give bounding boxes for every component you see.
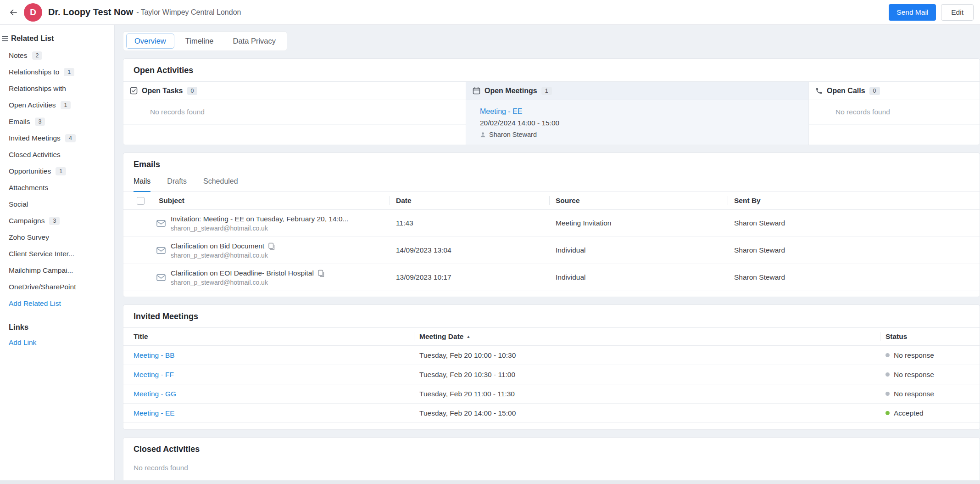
add-related-list-link[interactable]: Add Related List: [0, 295, 114, 312]
open-calls-empty: No records found: [809, 100, 980, 125]
open-tasks-column: Open Tasks 0 No records found: [123, 82, 466, 145]
meeting-link[interactable]: Meeting - FF: [134, 371, 174, 378]
status-label: No response: [894, 351, 934, 360]
sidebar-item-client-service[interactable]: Client Service Inter...: [0, 246, 114, 262]
email-sent-by: Sharon Steward: [728, 219, 980, 227]
avatar: D: [24, 3, 42, 22]
open-meeting-person: Sharon Steward: [489, 131, 537, 138]
email-date: 11:43: [390, 219, 549, 227]
email-row[interactable]: Invitation: Meeting - EE on Tuesday, Feb…: [123, 210, 980, 237]
status-dot: [885, 372, 890, 377]
count-badge: 1: [64, 68, 74, 76]
emails-table-header: Subject Date Source Sent By: [123, 192, 980, 210]
related-list-sidebar: Related List Notes 2 Relationships to 1 …: [0, 25, 115, 480]
tab-overview[interactable]: Overview: [126, 34, 174, 49]
column-status[interactable]: Status: [880, 327, 980, 346]
count-badge: 3: [35, 118, 45, 126]
sidebar-item-social[interactable]: Social: [0, 196, 114, 213]
sidebar-item-relationships-with[interactable]: Relationships with: [0, 80, 114, 97]
column-meeting-date[interactable]: Meeting Date▲: [414, 327, 880, 346]
tab-drafts[interactable]: Drafts: [167, 177, 187, 191]
emails-title: Emails: [123, 153, 980, 175]
sort-asc-icon: ▲: [466, 334, 470, 339]
attachment-icon: [317, 270, 324, 277]
header-actions: Send Mail Edit: [889, 4, 974, 21]
sidebar-item-mailchimp[interactable]: Mailchimp Campai...: [0, 262, 114, 279]
column-title[interactable]: Title: [123, 327, 414, 346]
closed-activities-empty: No records found: [123, 460, 980, 480]
mail-icon: [156, 274, 166, 281]
email-source: Individual: [549, 246, 728, 254]
sidebar-item-open-activities[interactable]: Open Activities 1: [0, 97, 114, 113]
open-meetings-label: Open Meetings: [484, 87, 537, 95]
sidebar-item-attachments[interactable]: Attachments: [0, 180, 114, 196]
open-tasks-count: 0: [187, 87, 198, 95]
email-subject: Invitation: Meeting - EE on Tuesday, Feb…: [171, 215, 348, 223]
sidebar-item-invited-meetings[interactable]: Invited Meetings 4: [0, 130, 114, 146]
open-activities-card: Open Activities Open Tasks 0 No records …: [123, 58, 980, 145]
open-meetings-column: Open Meetings 1 Meeting - EE 20/02/2024 …: [466, 82, 809, 145]
sidebar-item-notes[interactable]: Notes 2: [0, 47, 114, 64]
open-meeting-datetime: 20/02/2024 14:00 - 15:00: [480, 119, 808, 127]
add-link-link[interactable]: Add Link: [0, 334, 114, 351]
status-dot: [885, 411, 890, 415]
meeting-row: Meeting - BB Tuesday, Feb 20 10:00 - 10:…: [123, 346, 980, 365]
sidebar-item-campaigns[interactable]: Campaigns 3: [0, 213, 114, 229]
meeting-link[interactable]: Meeting - EE: [134, 409, 175, 417]
email-row[interactable]: Clarification on EOI Deadline- Bristol H…: [123, 264, 980, 291]
column-subject[interactable]: Subject: [159, 197, 184, 205]
column-date[interactable]: Date: [390, 192, 549, 210]
calendar-icon: [473, 87, 480, 95]
edit-button[interactable]: Edit: [941, 4, 974, 21]
email-sent-by: Sharon Steward: [728, 246, 980, 254]
horizontal-scrollbar[interactable]: [0, 480, 980, 484]
open-calls-count: 0: [869, 87, 880, 95]
emails-card: Emails Mails Drafts Scheduled Subject Da…: [123, 152, 980, 297]
count-badge: 1: [61, 101, 71, 109]
meeting-date: Tuesday, Feb 20 10:30 - 11:00: [414, 371, 880, 379]
back-arrow-icon[interactable]: [6, 6, 20, 19]
sidebar-item-closed-activities[interactable]: Closed Activities: [0, 146, 114, 163]
column-source[interactable]: Source: [549, 192, 728, 210]
count-badge: 3: [49, 217, 60, 225]
send-mail-button[interactable]: Send Mail: [889, 4, 936, 21]
record-tabs: Overview Timeline Data Privacy: [123, 31, 287, 51]
meeting-date: Tuesday, Feb 20 14:00 - 15:00: [414, 409, 880, 417]
tab-scheduled[interactable]: Scheduled: [203, 177, 238, 191]
tab-mails[interactable]: Mails: [134, 177, 150, 192]
sidebar-item-onedrive-sharepoint[interactable]: OneDrive/SharePoint: [0, 279, 114, 295]
sidebar-item-relationships-to[interactable]: Relationships to 1: [0, 64, 114, 80]
open-activities-title: Open Activities: [123, 59, 980, 81]
related-list-title: Related List: [11, 34, 54, 43]
meeting-link[interactable]: Meeting - BB: [134, 351, 175, 359]
attachment-icon: [268, 242, 275, 250]
status-label: Accepted: [894, 409, 924, 417]
page-subtitle: - Taylor Wimpey Central London: [136, 8, 241, 17]
email-row[interactable]: Clarification on Bid Document sharon_p_s…: [123, 237, 980, 264]
email-source: Individual: [549, 273, 728, 281]
tab-timeline[interactable]: Timeline: [177, 34, 222, 49]
invited-meetings-card: Invited Meetings Title Meeting Date▲ Sta…: [123, 304, 980, 430]
email-source: Meeting Invitation: [549, 219, 728, 227]
email-date: 13/09/2023 10:17: [390, 273, 549, 281]
meeting-link[interactable]: Meeting - GG: [134, 390, 176, 398]
email-subject: Clarification on EOI Deadline- Bristol H…: [171, 269, 314, 277]
invited-meetings-header: Title Meeting Date▲ Status: [123, 327, 980, 346]
related-list-icon: [2, 36, 8, 41]
meeting-date: Tuesday, Feb 20 11:00 - 11:30: [414, 390, 880, 398]
main-content: Overview Timeline Data Privacy Open Acti…: [115, 25, 980, 480]
email-date: 14/09/2023 13:04: [390, 246, 549, 254]
sidebar-item-emails[interactable]: Emails 3: [0, 113, 114, 130]
status-label: No response: [894, 390, 934, 398]
status-dot: [885, 353, 890, 357]
meeting-row: Meeting - GG Tuesday, Feb 20 11:00 - 11:…: [123, 384, 980, 404]
email-tabs: Mails Drafts Scheduled: [123, 175, 980, 192]
open-meeting-link[interactable]: Meeting - EE: [480, 107, 808, 116]
tab-data-privacy[interactable]: Data Privacy: [225, 34, 284, 49]
phone-icon: [815, 87, 823, 95]
sidebar-item-opportunities[interactable]: Opportunities 1: [0, 163, 114, 180]
column-sent-by[interactable]: Sent By: [728, 192, 980, 210]
sidebar-item-zoho-survey[interactable]: Zoho Survey: [0, 229, 114, 246]
select-all-checkbox[interactable]: [137, 197, 145, 205]
links-section-title: Links: [0, 312, 114, 334]
